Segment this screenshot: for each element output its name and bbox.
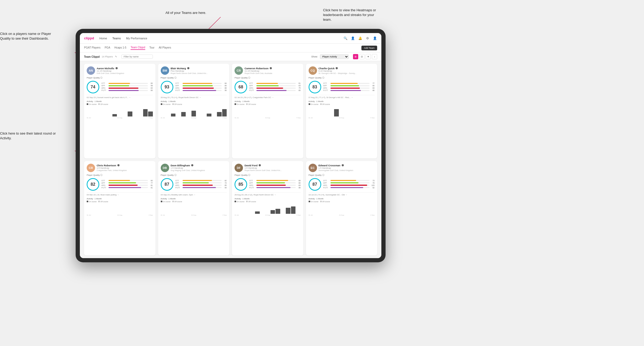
activity-label: Activity · 1 Month — [235, 100, 301, 103]
last-round[interactable]: 26 Aug 23 | 84 (+12), Royal North Devon … — [235, 192, 301, 196]
stat-value: 80 — [370, 85, 375, 87]
list-view-icon[interactable]: ⊟ — [359, 54, 365, 59]
stat-row-putt: PUTT 92 — [323, 187, 375, 189]
stat-value: 82 — [222, 180, 227, 182]
chart-col — [207, 114, 211, 116]
filter-icon[interactable]: ▼ — [366, 54, 371, 59]
stat-bar — [108, 90, 139, 91]
last-round[interactable]: 02 Sep 23 | Sunset round to get back int… — [87, 95, 153, 99]
player-name[interactable]: Aaron Nicholls — [97, 67, 153, 70]
tab-hcaps[interactable]: Hcaps 1-5 — [115, 46, 127, 50]
player-card[interactable]: AN Aaron Nicholls 11-15 Handicap Drift G… — [84, 64, 155, 158]
last-round[interactable]: 04 Sep 23 | Mobility with coach, Gym → — [161, 192, 227, 196]
filter-input[interactable] — [121, 55, 153, 59]
last-round[interactable]: 18 Jul 23 | 74 (+4), Sunningdale GC - Ol… — [309, 192, 375, 196]
nav-item-home[interactable]: Home — [99, 37, 107, 40]
avatar-icon[interactable]: 👤 — [372, 36, 377, 41]
chart-col — [191, 111, 196, 116]
search-icon[interactable]: 🔍 — [343, 36, 348, 41]
avatar: DB — [161, 164, 169, 172]
bell-icon[interactable]: 🔔 — [358, 36, 362, 41]
user-icon[interactable]: 👤 — [350, 36, 355, 41]
stat-label: OTT — [175, 82, 182, 84]
player-card[interactable]: CQ Charlie Quick 6-10 Handicap St. Georg… — [306, 64, 377, 158]
stat-value: 92 — [370, 187, 375, 189]
chart-dates: 31 Jul 21 Aug 4 Sep — [235, 117, 301, 119]
quality-circle[interactable]: 85 — [235, 178, 247, 191]
player-name[interactable]: Dave Billingham — [171, 164, 227, 167]
stat-value: 83 — [297, 184, 301, 186]
stat-value: 73 — [370, 180, 375, 182]
quality-circle[interactable]: 93 — [161, 81, 173, 93]
stat-label: PUTT — [101, 187, 108, 189]
player-card[interactable]: CR Cameron Robertson 11-15 Handicap Roya… — [232, 64, 303, 158]
last-round[interactable]: 02 Jul 23 | 59 (+17), Craigsimilar Park … — [235, 95, 301, 99]
last-round[interactable]: 05 Mar 23 | 19, Must make putting → — [87, 192, 153, 196]
stat-bar — [108, 185, 138, 186]
stat-label: OTT — [323, 82, 330, 84]
stat-bar — [183, 182, 209, 183]
annotation-players: Click on a players name or Player Qualit… — [0, 31, 58, 41]
nav-item-teams[interactable]: Teams — [112, 37, 121, 40]
stat-bar — [256, 185, 286, 186]
stat-row-app: APP 58 — [101, 85, 153, 87]
stat-bar-bg — [183, 180, 222, 181]
player-name[interactable]: Chris Robertson — [97, 164, 153, 167]
avatar: EC — [309, 164, 317, 172]
quality-circle[interactable]: 82 — [87, 178, 99, 191]
stat-row-arg: ARG 85 — [175, 184, 227, 186]
quality-circle[interactable]: 68 — [235, 81, 247, 93]
last-round[interactable]: 07 Aug 23 | 77 (+7), St George's Hill GC… — [309, 95, 375, 99]
tab-pga[interactable]: PGA — [105, 46, 110, 50]
edit-team-icon[interactable]: ✎ — [115, 55, 117, 58]
stat-bar-bg — [108, 185, 148, 186]
player-card[interactable]: BM Blair McHarg Plus Handicap Royal Nort… — [158, 64, 230, 158]
stat-bar — [330, 185, 367, 186]
quality-circle[interactable]: 87 — [161, 178, 173, 191]
stat-bar-bg — [256, 182, 296, 183]
stat-bar — [108, 83, 130, 84]
stat-row-putt: PUTT 86 — [323, 89, 375, 91]
verified-badge — [117, 164, 120, 166]
off-course-legend: Off course — [98, 103, 108, 105]
show-label: Show: — [311, 55, 318, 58]
on-course-legend: On course — [161, 201, 171, 203]
annotation-heatmaps: Click here to view the Heatmaps or leade… — [323, 8, 381, 22]
stat-row-putt: PUTT 91 — [101, 187, 153, 189]
grid-view-icon[interactable]: ⊞ — [353, 54, 358, 59]
tab-pgat[interactable]: PGAT Players — [84, 46, 100, 50]
tab-all-players[interactable]: All Players — [159, 46, 171, 50]
player-card[interactable]: EC Edward Crossman 1-5 Handicap Sunningd… — [306, 161, 377, 256]
player-name[interactable]: Cameron Robertson — [245, 67, 301, 70]
tab-team-clippd[interactable]: Team Clippd — [131, 46, 145, 50]
chart-col — [148, 111, 153, 116]
chart-col — [222, 109, 227, 116]
nav-item-performance[interactable]: My Performance — [126, 37, 147, 40]
quality-circle[interactable]: 74 — [87, 81, 99, 93]
show-select[interactable]: Player Activity Quality Score Trend — [320, 54, 349, 59]
last-round[interactable]: 26 Aug 23 | 73 (+1), Royal North Devon G… — [161, 95, 227, 99]
stat-bar-bg — [183, 88, 222, 89]
player-card[interactable]: DB Dave Billingham 1-5 Handicap Sog Magi… — [158, 161, 230, 256]
quality-circle[interactable]: 83 — [309, 81, 321, 93]
sort-icon[interactable]: ↕ — [372, 54, 377, 59]
player-name[interactable]: Edward Crossman — [319, 164, 375, 167]
stat-label: APP — [249, 85, 256, 87]
stat-bar — [183, 185, 213, 186]
quality-circle[interactable]: 87 — [309, 178, 321, 191]
tab-tour[interactable]: Tour — [149, 46, 154, 50]
stat-value: 63 — [297, 85, 301, 87]
player-name[interactable]: Blair McHarg — [171, 67, 227, 70]
player-name[interactable]: Charlie Quick — [319, 67, 375, 70]
settings-icon[interactable]: ⚙ — [365, 36, 370, 41]
player-name[interactable]: David Ford — [245, 164, 301, 167]
annotation-teams-text: All of your Teams are here. — [165, 11, 206, 15]
activity-legend: On course Off course — [161, 103, 227, 105]
stat-label: PUTT — [101, 89, 108, 91]
player-club: Sog Maging Golf Club, United Kingdom — [171, 169, 227, 172]
player-card[interactable]: DF David Ford 1-5 Handicap Royal North D… — [232, 161, 303, 256]
quality-section: 68 OTT 61 APP 63 ARG 75 PUTT 85 — [235, 81, 301, 93]
stat-value: 79 — [370, 182, 375, 184]
player-card[interactable]: CR Chris Robertson 1-5 Handicap Craigsim… — [84, 161, 155, 256]
add-team-button[interactable]: Add Team — [361, 46, 377, 50]
